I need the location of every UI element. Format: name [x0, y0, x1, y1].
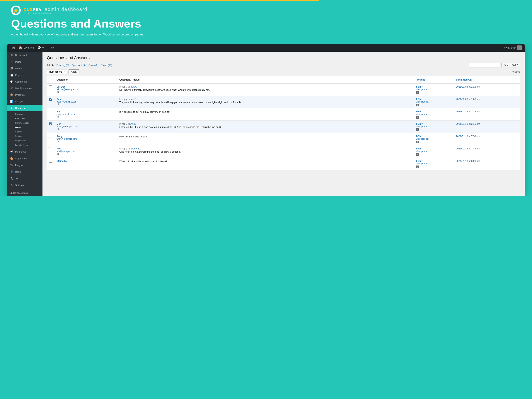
customer-email[interactable]: jay@example.com — [57, 113, 115, 115]
submitted-date: 2021/01/18 at 7:59 pm — [456, 135, 480, 138]
products-icon: 📦 — [10, 93, 13, 96]
sidebar-sub-reminders[interactable]: Reminders — [7, 116, 43, 120]
row-checkbox[interactable] — [49, 98, 52, 101]
appearance-icon: 🎨 — [10, 157, 13, 160]
customer-id: ::1 — [57, 115, 115, 118]
qa-text: No, they're extremely lightweight, but t… — [119, 89, 411, 91]
view-product-link[interactable]: View product — [416, 150, 451, 152]
customer-email[interactable]: mark@example.com — [57, 125, 115, 128]
customer-id: ::1 — [57, 103, 115, 106]
sidebar-item-posts[interactable]: ✎ Posts — [7, 58, 43, 65]
customer-name[interactable]: Peter — [57, 98, 115, 101]
search-box: Search Q & A — [469, 63, 520, 67]
view-product-link[interactable]: View product — [416, 101, 451, 103]
row-checkbox[interactable] — [49, 135, 52, 138]
sidebar-item-marketing[interactable]: 📢 Marketing — [7, 149, 43, 155]
view-product-link[interactable]: View product — [416, 113, 451, 115]
sidebar-sub-reviews[interactable]: Reviews — [7, 111, 43, 116]
reply-to-link[interactable]: Ian A. — [131, 98, 137, 101]
search-input[interactable] — [469, 63, 500, 67]
wp-admin-bar: ⊞ 🏠 Sky Store 💬 0 + New Howdy, user — [7, 44, 525, 52]
sidebar-item-tools[interactable]: 🔧 Tools — [7, 175, 43, 182]
row-checkbox[interactable] — [49, 85, 52, 88]
sidebar-item-dashboard[interactable]: ⊞ Dashboard — [7, 52, 43, 58]
qa-cell: In reply to Ian A..They are thick enough… — [117, 96, 413, 108]
product-name[interactable]: T-Shirt — [416, 98, 451, 101]
row-checkbox[interactable] — [49, 160, 52, 163]
select-all-checkbox[interactable] — [49, 78, 52, 81]
search-qa-button[interactable]: Search Q & A — [501, 63, 520, 67]
product-name[interactable]: T-Shirt — [416, 147, 451, 150]
row-checkbox[interactable] — [49, 147, 52, 150]
reply-to: In reply to Ian A.. — [119, 98, 411, 101]
filter-spam[interactable]: Spam (0) — [89, 64, 98, 66]
row-checkbox-cell — [47, 121, 54, 133]
sidebar-item-users[interactable]: 👤 Users — [7, 168, 43, 175]
comments-button[interactable]: 💬 0 — [36, 44, 45, 52]
view-product-link[interactable]: View product — [416, 88, 451, 91]
sidebar-item-plugins[interactable]: 🔌 Plugins — [7, 162, 43, 168]
col-header-product[interactable]: Product — [413, 76, 454, 83]
product-name[interactable]: T-Shirt — [416, 160, 451, 162]
customer-name[interactable]: Mark — [57, 122, 115, 125]
filter-pending[interactable]: Pending (0) — [57, 64, 69, 66]
sidebar-item-settings[interactable]: ⚙ Settings — [7, 182, 43, 188]
user-avatar — [517, 45, 522, 50]
customer-name[interactable]: Elaine M. — [57, 160, 115, 162]
collapse-menu-button[interactable]: ◀ Collapse menu — [7, 190, 43, 196]
qa-text: I ordered the XL and it was way too big … — [119, 126, 411, 128]
view-product-link[interactable]: View product — [416, 162, 451, 165]
sidebar-item-comments[interactable]: 💬 Comments — [7, 78, 43, 85]
filter-all[interactable]: All (9) — [47, 64, 54, 66]
customer-email[interactable]: peter@example.com — [57, 101, 115, 103]
row-checkbox-cell — [47, 145, 54, 158]
product-name[interactable]: T-Shirt — [416, 122, 451, 125]
sidebar-sub-import-export[interactable]: Import / Export — [7, 142, 43, 147]
submitted-date: 2021/01/19 at 2:23 am — [456, 110, 480, 113]
sidebar-sub-google[interactable]: Google — [7, 129, 43, 133]
wp-content: Questions and Answers All (9) | Pending … — [43, 52, 525, 196]
analytics-icon: 📊 — [10, 100, 13, 103]
sidebar-item-appearance[interactable]: 🎨 Appearance — [7, 155, 43, 162]
row-checkbox[interactable] — [49, 122, 52, 126]
bulk-actions-select[interactable]: Bulk actions — [47, 69, 67, 74]
sidebar-item-pages[interactable]: 📄 Pages — [7, 72, 43, 78]
store-name-button[interactable]: 🏠 Sky Store — [17, 44, 36, 52]
customer-cell: Peterpeter@example.com::1 — [54, 96, 117, 108]
view-product-link[interactable]: View product — [416, 138, 451, 140]
row-checkbox-cell — [47, 158, 54, 170]
row-checkbox-cell — [47, 133, 54, 145]
customer-name[interactable]: Andy — [57, 135, 115, 138]
customer-name[interactable]: Jay — [57, 110, 115, 113]
filter-trash[interactable]: Trash (10) — [101, 64, 112, 66]
sidebar-sub-settings[interactable]: Settings — [7, 133, 43, 138]
reply-to-link[interactable]: Ian A. — [131, 85, 137, 88]
customer-name[interactable]: Bill Doe — [57, 85, 115, 88]
product-name[interactable]: T-Shirt — [416, 85, 451, 88]
view-product-link[interactable]: View product — [416, 125, 451, 128]
customer-email[interactable]: andy@example.com — [57, 138, 115, 140]
row-checkbox[interactable] — [49, 110, 52, 113]
apply-button[interactable]: Apply — [69, 70, 79, 74]
customer-cell: Jayjay@example.com::1 — [54, 108, 117, 121]
customer-email[interactable]: rob@example.com — [57, 150, 115, 152]
customer-name[interactable]: Rob — [57, 147, 115, 150]
sidebar-sub-review-tagging[interactable]: Review Tagging — [7, 120, 43, 125]
filter-approved[interactable]: Approved (9) — [72, 64, 86, 66]
col-header-submitted[interactable]: Submitted On — [454, 76, 520, 83]
reply-to-link[interactable]: Samanta — [131, 147, 140, 150]
qa-cell: In reply to Samanta.Club neck is not a t… — [117, 145, 413, 158]
product-name[interactable]: T-Shirt — [416, 135, 451, 138]
wp-logo-button[interactable]: ⊞ — [10, 44, 17, 52]
sidebar-item-products[interactable]: 📦 Products — [7, 91, 43, 98]
sidebar-sub-diagnostics[interactable]: Diagnostics — [7, 138, 43, 142]
new-button[interactable]: + New — [46, 44, 56, 52]
sidebar-item-reviews[interactable]: ★ Reviews — [7, 105, 43, 111]
reply-to-link[interactable]: Andy — [130, 122, 136, 125]
customer-email[interactable]: bill.doe@example.com — [57, 88, 115, 91]
sidebar-item-analytics[interactable]: 📊 Analytics — [7, 98, 43, 105]
sidebar-sub-qa[interactable]: Q & A — [7, 125, 43, 129]
sidebar-item-woocommerce[interactable]: 🛒 WooCommerce — [7, 85, 43, 91]
product-name[interactable]: T-Shirt — [416, 110, 451, 113]
sidebar-item-media[interactable]: 🖼 Media — [7, 65, 43, 72]
